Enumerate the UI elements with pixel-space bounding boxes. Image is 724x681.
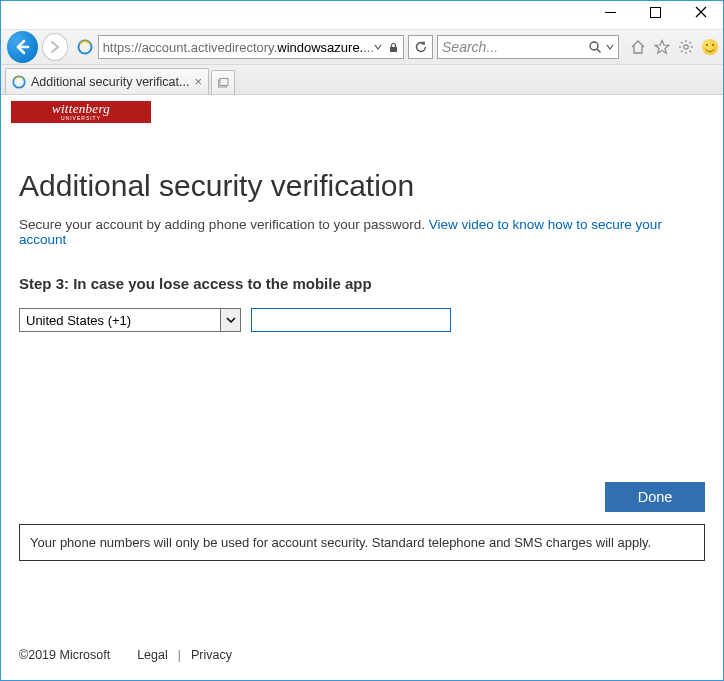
footer-copyright: ©2019 Microsoft [19,648,110,662]
wittenberg-logo: wittenberg UNIVERSITY [11,101,151,123]
select-toggle[interactable] [220,309,240,331]
refresh-icon [414,40,428,54]
nav-forward-button[interactable] [42,33,69,61]
tools-button[interactable] [677,38,695,56]
svg-rect-20 [220,78,228,85]
svg-point-18 [13,76,24,87]
address-url-prefix: https://account.activedirectory. [103,40,278,55]
main-content: Additional security verification Secure … [1,129,723,680]
minimize-icon [605,7,616,18]
browser-navbar: https://account.activedirectory.windowsa… [1,29,723,65]
svg-line-16 [690,42,692,44]
maximize-icon [650,7,661,18]
browser-tab[interactable]: Additional security verificat... × [5,68,209,94]
security-notice: Your phone numbers will only be used for… [19,524,705,561]
brand-sub: UNIVERSITY [61,115,101,121]
svg-line-17 [681,51,683,53]
page-footer: ©2019 Microsoft Legal | Privacy [19,630,705,680]
chevron-down-icon [374,43,382,51]
lock-icon [388,42,399,53]
nav-back-button[interactable] [7,31,38,63]
step-label: Step 3: In case you lose access to the m… [19,275,705,292]
page-viewport: wittenberg UNIVERSITY Additional securit… [1,95,723,680]
smiley-icon [702,39,718,55]
button-row: Done [19,482,705,512]
window-close-button[interactable] [678,1,723,23]
refresh-button[interactable] [408,35,433,59]
search-icon [588,40,602,54]
chevron-down-icon [226,315,236,325]
tab-close-button[interactable]: × [194,74,202,89]
lead-text: Secure your account by adding phone veri… [19,217,705,247]
country-code-select[interactable]: United States (+1) [19,308,241,332]
footer-separator: | [178,648,181,662]
done-button[interactable]: Done [605,482,705,512]
brand-name: wittenberg [52,103,110,115]
new-tab-button[interactable] [211,70,235,94]
feedback-button[interactable] [701,38,719,56]
tab-title: Additional security verificat... [31,75,189,89]
star-icon [654,39,670,55]
address-bar[interactable]: https://account.activedirectory.windowsa… [98,35,404,59]
phone-number-input[interactable] [251,308,451,332]
home-icon [630,39,646,55]
footer-privacy-link[interactable]: Privacy [191,648,232,662]
brand-bar: wittenberg UNIVERSITY [1,95,723,129]
search-placeholder: Search... [442,39,498,55]
chevron-down-icon [606,43,614,51]
address-url-host: windowsazure. [277,40,363,55]
svg-line-8 [597,49,601,53]
search-box[interactable]: Search... [437,35,619,59]
new-tab-icon [217,77,229,89]
window-maximize-button[interactable] [633,1,678,23]
address-url-suffix: ... [363,40,374,55]
ie-logo-icon [76,38,93,56]
svg-rect-6 [390,47,397,52]
arrow-left-icon [13,38,31,56]
favorites-button[interactable] [653,38,671,56]
lead-text-plain: Secure your account by adding phone veri… [19,217,429,232]
footer-legal-link[interactable]: Legal [137,648,168,662]
country-code-value: United States (+1) [26,313,131,328]
svg-line-15 [690,51,692,53]
window-titlebar [1,1,723,29]
svg-point-7 [590,42,598,50]
svg-line-14 [681,42,683,44]
svg-rect-1 [651,7,661,17]
phone-row: United States (+1) [19,308,705,332]
tab-favicon [12,75,26,89]
arrow-right-icon [48,40,62,54]
tab-strip: Additional security verificat... × [1,65,723,95]
toolbar-icons [623,38,719,56]
svg-point-9 [684,45,688,49]
window-minimize-button[interactable] [588,1,633,23]
close-icon [695,6,707,18]
home-button[interactable] [629,38,647,56]
browser-window: https://account.activedirectory.windowsa… [0,0,724,681]
page-title: Additional security verification [19,169,705,203]
gear-icon [678,39,694,55]
